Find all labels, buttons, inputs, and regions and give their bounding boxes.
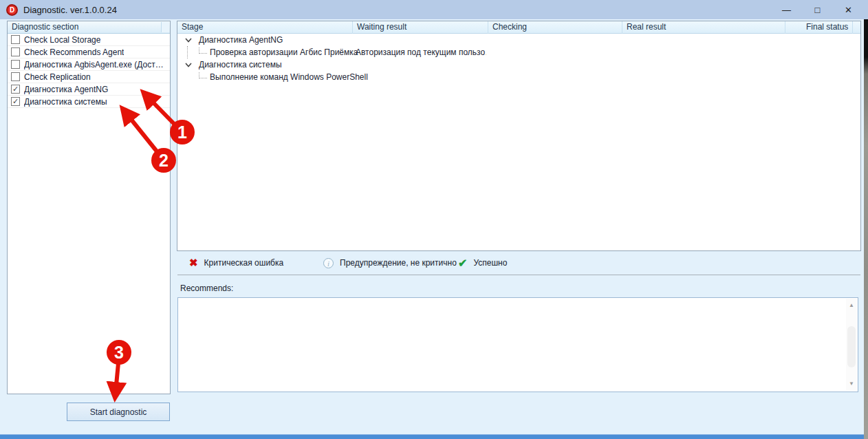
stages-table-header: Stage Waiting result Checking Real resul…	[177, 21, 860, 34]
recommends-label: Recommends:	[180, 283, 233, 293]
diagnostic-section-header[interactable]: Diagnostic section	[8, 21, 170, 34]
chevron-down-icon[interactable]	[185, 63, 192, 67]
section-item-label: Диагностика AgentNG	[24, 85, 108, 94]
horizontal-separator	[177, 275, 860, 275]
tree-connector-icon	[199, 47, 207, 54]
legend-label: Успешно	[473, 258, 507, 268]
section-item-label: Диагностика системы	[24, 97, 107, 107]
legend-label: Предупреждение, не критично	[340, 258, 457, 268]
column-header-checking[interactable]: Checking	[488, 21, 622, 34]
scroll-corner	[161, 22, 169, 32]
checkbox-unchecked-icon[interactable]	[11, 60, 20, 69]
checkbox-unchecked-icon[interactable]	[11, 35, 20, 44]
tree-connector-icon	[199, 72, 207, 78]
column-header-waiting-result[interactable]: Waiting result	[353, 21, 488, 34]
scroll-up-icon[interactable]: ▲	[846, 300, 857, 311]
legend-warning: i Предупреждение, не критично	[323, 255, 457, 271]
scroll-down-icon[interactable]: ▼	[846, 378, 857, 389]
section-item-label: Check Local Storage	[24, 35, 100, 45]
vertical-scrollbar[interactable]: ▲ ▼	[846, 299, 857, 391]
diagnostic-section-panel: Diagnostic section Check Local Storage C…	[7, 21, 171, 394]
stage-group-label: Диагностика системы	[199, 60, 282, 69]
legend-success: ✔ Успешно	[458, 255, 507, 271]
checkbox-checked-icon[interactable]: ✓	[11, 85, 20, 94]
checkbox-unchecked-icon[interactable]	[11, 47, 20, 56]
scrollbar-thumb[interactable]	[847, 326, 856, 367]
diagnostic-window: D Diagnostic. ver.1.0.0.24 — □ ✕ Diagnos…	[0, 0, 868, 439]
column-header-stage[interactable]: Stage	[177, 21, 353, 34]
section-item-label: Check Recommends Agent	[24, 47, 124, 57]
tree-group-row-agentng[interactable]: Диагностика AgentNG	[177, 34, 860, 46]
error-x-icon: ✖	[189, 257, 198, 269]
app-icon: D	[6, 4, 18, 16]
checkbox-unchecked-icon[interactable]	[11, 72, 20, 81]
tree-child-row-powershell[interactable]: Выполнение команд Windows PowerShell	[177, 71, 860, 83]
recommends-textarea[interactable]: ▲ ▼	[177, 297, 858, 392]
desktop-background-sliver	[864, 19, 868, 439]
section-item-label: Check Replication	[24, 72, 91, 82]
info-icon: i	[323, 258, 334, 268]
window-bottom-edge	[0, 434, 864, 439]
maximize-button[interactable]: □	[802, 0, 833, 19]
legend-label: Критическая ошибка	[204, 258, 284, 268]
titlebar: D Diagnostic. ver.1.0.0.24 — □ ✕	[0, 0, 868, 19]
section-item-diagnostika-agentng[interactable]: ✓ Диагностика AgentNG	[8, 83, 170, 96]
tree-guide-line	[187, 46, 188, 58]
stage-label: Выполнение команд Windows PowerShell	[210, 72, 368, 82]
window-controls: — □ ✕	[771, 0, 864, 19]
stages-table-panel: Stage Waiting result Checking Real resul…	[177, 21, 861, 251]
chevron-down-icon[interactable]	[185, 38, 192, 43]
column-header-final-status[interactable]: Final status	[785, 21, 853, 34]
tree-child-row-authorization-check[interactable]: Проверка авторизации Агбис Приёмка Автор…	[177, 46, 860, 58]
legend-critical-error: ✖ Критическая ошибка	[189, 255, 283, 271]
tree-group-row-sistemy[interactable]: Диагностика системы	[177, 58, 860, 71]
waiting-result-value: Авторизация под текущим пользо…	[356, 46, 486, 58]
section-item-label: Диагностика AgbisAgent.exe (Дост…	[24, 60, 164, 69]
diagnostic-section-header-label: Diagnostic section	[12, 22, 78, 32]
stage-group-label: Диагностика AgentNG	[199, 35, 283, 45]
start-diagnostic-button[interactable]: Start diagnostic	[67, 403, 170, 421]
column-header-real-result[interactable]: Real result	[622, 21, 785, 34]
stage-label: Проверка авторизации Агбис Приёмка	[210, 47, 358, 57]
status-legend: ✖ Критическая ошибка i Предупреждение, н…	[177, 255, 858, 271]
section-item-diagnostika-sistemy[interactable]: ✓ Диагностика системы	[8, 96, 170, 108]
section-item-check-replication[interactable]: Check Replication	[8, 71, 170, 83]
checkbox-checked-icon[interactable]: ✓	[11, 97, 20, 106]
success-check-icon: ✔	[458, 257, 467, 270]
section-item-diagnostika-agbisagent[interactable]: Диагностика AgbisAgent.exe (Дост…	[8, 58, 170, 71]
close-button[interactable]: ✕	[833, 0, 864, 19]
section-item-check-local-storage[interactable]: Check Local Storage	[8, 34, 170, 46]
section-item-check-recommends-agent[interactable]: Check Recommends Agent	[8, 46, 170, 58]
minimize-button[interactable]: —	[771, 0, 802, 19]
window-title: Diagnostic. ver.1.0.0.24	[23, 5, 117, 15]
column-header-spacer	[853, 21, 860, 34]
